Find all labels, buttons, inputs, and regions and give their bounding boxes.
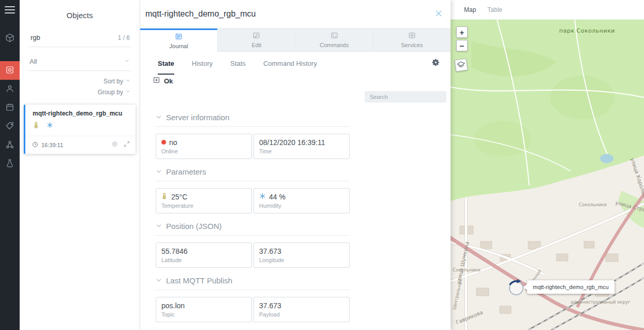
section-parameters-header[interactable]: Parameters — [156, 167, 350, 181]
expand-button[interactable] — [123, 140, 130, 149]
detail-tabs: Journal Edit Commands Services — [140, 28, 451, 52]
field-label: Payload — [259, 311, 344, 318]
field-value: 55.7846 — [161, 247, 188, 255]
sidebar-item-integrations[interactable] — [0, 136, 20, 154]
sort-by-link[interactable]: Sort by — [103, 78, 131, 85]
cube-icon — [5, 33, 14, 44]
thermometer-icon — [161, 193, 168, 201]
field-label: Temperature — [161, 203, 246, 209]
state-search-input[interactable] — [365, 91, 446, 103]
chevron-down-icon — [156, 222, 162, 231]
device-detail-panel: mqtt-rightech_demo_rgb_mcu Journal Edit … — [140, 0, 451, 330]
field-card-online: no Online — [156, 134, 252, 159]
map-label-sokolniki-small: Сокольники — [453, 267, 481, 272]
tab-commands[interactable]: Commands — [295, 28, 373, 52]
subtab-history[interactable]: History — [192, 52, 213, 75]
device-card-footer: 16:39:11 — [25, 136, 136, 154]
tab-edit[interactable]: Edit — [217, 28, 295, 52]
journal-icon — [175, 33, 183, 41]
locate-button[interactable] — [111, 140, 118, 149]
section-server-information-header[interactable]: Server information — [156, 113, 350, 127]
map-marker-tooltip[interactable]: mqtt-rightech_demo_rgb_mcu — [527, 280, 615, 294]
status-label: Ok — [164, 77, 173, 85]
device-card-time-value: 16:39:11 — [41, 142, 63, 148]
expand-icon — [123, 141, 130, 149]
tag-icon — [5, 121, 14, 132]
section-last-mqtt-publish-header[interactable]: Last MQTT Publish — [156, 276, 350, 290]
subtab-stats[interactable]: Stats — [230, 52, 246, 75]
section-cards: pos.lon Topic 37.673 Payload — [156, 297, 350, 322]
device-card-time: 16:39:11 — [32, 141, 63, 149]
thermometer-icon — [33, 121, 40, 131]
device-card[interactable]: mqtt-rightech_demo_rgb_mcu 16:39:11 — [24, 105, 136, 154]
objects-panel-title: Objects — [20, 0, 140, 28]
field-card-topic: pos.lon Topic — [156, 297, 252, 322]
humidity-icon — [47, 121, 53, 131]
device-title: mqtt-rightech_demo_rgb_mcu — [145, 9, 433, 19]
users-icon — [5, 84, 14, 95]
app-sidebar — [0, 0, 20, 330]
section-last-mqtt-publish: Last MQTT Publish pos.lon Topic 37.673 P… — [156, 276, 350, 322]
map-layers-button[interactable] — [455, 59, 468, 72]
subtab-command-history[interactable]: Command History — [263, 52, 317, 75]
field-value: 25°C — [171, 193, 187, 201]
sidebar-item-tags[interactable] — [0, 117, 20, 136]
section-position-json-header[interactable]: Position (JSON) — [156, 222, 350, 236]
tab-journal-label: Journal — [170, 43, 188, 49]
subtab-state[interactable]: State — [158, 52, 174, 75]
app-root: Objects 1 / 6 All Sort by Group by mqtt-… — [0, 0, 644, 330]
field-label: Time — [259, 148, 344, 154]
objects-search: 1 / 6 — [28, 31, 131, 47]
sort-by-label: Sort by — [103, 78, 123, 85]
field-label: Online — [161, 148, 246, 154]
flask-icon — [5, 159, 14, 169]
zoom-in-button[interactable]: + — [456, 26, 468, 38]
field-card-latitude: 55.7846 Latitude — [156, 242, 252, 268]
online-status-dot — [161, 140, 166, 145]
integrations-icon — [5, 140, 14, 151]
tab-map[interactable]: Map — [464, 6, 476, 13]
field-card-payload: 37.673 Payload — [253, 297, 350, 322]
menu-button[interactable] — [0, 0, 20, 20]
sidebar-item-objects[interactable] — [0, 61, 20, 80]
objects-icon — [5, 65, 14, 76]
field-label: Humidity — [259, 203, 344, 209]
humidity-icon — [259, 193, 266, 201]
sidebar-item-cube[interactable] — [0, 29, 20, 48]
tab-services[interactable]: Services — [373, 28, 451, 52]
map-canvas[interactable]: парк Сокольники улица Короленко Сокольни… — [451, 20, 644, 330]
layers-icon — [457, 63, 467, 71]
group-by-label: Group by — [98, 89, 123, 96]
map-label-park: парк Сокольники — [559, 27, 615, 34]
field-value: pos.lon — [161, 302, 185, 310]
objects-search-input[interactable] — [29, 33, 118, 42]
section-parameters: Parameters 25°C Temperature 44 % — [156, 167, 350, 213]
sidebar-item-apps[interactable] — [0, 98, 20, 117]
field-value: no — [169, 138, 177, 147]
sidebar-item-lab[interactable] — [0, 154, 20, 173]
target-icon — [111, 141, 118, 149]
journal-subtabs: State History Stats Command History — [140, 52, 451, 75]
group-by-link[interactable]: Group by — [98, 89, 131, 96]
field-label: Longitude — [259, 257, 344, 263]
detail-header: mqtt-rightech_demo_rgb_mcu — [140, 0, 451, 28]
chevron-down-icon — [125, 78, 131, 85]
chevron-down-icon — [125, 89, 131, 96]
field-label: Latitude — [161, 257, 246, 263]
sidebar-item-users[interactable] — [0, 80, 20, 98]
tab-services-label: Services — [401, 42, 423, 48]
tab-journal[interactable]: Journal — [140, 28, 217, 52]
map-label-okrug: административный округ — [571, 299, 631, 305]
chevron-down-icon — [156, 113, 162, 122]
tab-commands-label: Commands — [320, 42, 349, 48]
tab-table[interactable]: Table — [487, 6, 502, 13]
zoom-out-button[interactable]: − — [456, 40, 468, 51]
device-card-actions — [111, 140, 130, 149]
settings-button[interactable] — [431, 58, 440, 68]
close-button[interactable] — [433, 8, 444, 20]
apps-icon — [5, 103, 14, 113]
objects-filter-select[interactable]: All — [28, 55, 131, 71]
state-search-row — [140, 85, 451, 103]
map-label-sokolniki-district: Сокольники — [579, 202, 607, 207]
field-card-temperature: 25°C Temperature — [156, 188, 252, 213]
